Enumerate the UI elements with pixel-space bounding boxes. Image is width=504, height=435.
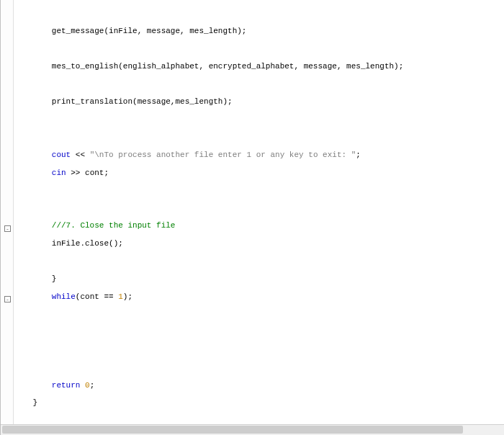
code-text: inFile.close();: [52, 239, 123, 248]
fold-gutter: - -: [1, 0, 14, 435]
indent: [14, 151, 52, 159]
indent: [14, 62, 52, 71]
keyword-cin: cin: [52, 169, 66, 177]
number: 0: [85, 381, 90, 390]
scrollbar-thumb[interactable]: [2, 426, 463, 434]
string-literal: "\nTo process another file enter 1 or an…: [90, 151, 356, 159]
keyword-cout: cout: [52, 151, 71, 159]
indent: [14, 292, 52, 301]
code-text: get_message(inFile, message, mes_length)…: [52, 27, 247, 35]
horizontal-scrollbar[interactable]: [1, 424, 504, 435]
code-text: ;: [90, 381, 95, 390]
indent: [14, 239, 52, 248]
brace: }: [32, 398, 37, 407]
code-text: print_translation(message,mes_length);: [52, 97, 233, 106]
brace: }: [52, 274, 57, 283]
code-editor[interactable]: - - get_message(inFile, message, mes_len…: [0, 0, 504, 435]
indent: [14, 381, 52, 390]
keyword-while: while: [52, 292, 76, 301]
indent: [14, 97, 52, 106]
code-text: mes_to_english(english_alphabet, encrypt…: [52, 62, 403, 71]
indent: [14, 398, 32, 407]
fold-marker[interactable]: -: [4, 225, 11, 232]
code-text: (cont ==: [76, 292, 118, 301]
comment: ///7. Close the input file: [52, 221, 176, 230]
code-text: >> cont;: [66, 169, 109, 177]
indent: [14, 27, 52, 35]
keyword-return: return: [52, 381, 81, 390]
code-text: ;: [356, 151, 361, 159]
number: 1: [118, 292, 123, 301]
code-area[interactable]: get_message(inFile, message, mes_length)…: [14, 0, 503, 435]
indent: [14, 221, 52, 230]
code-text: <<: [71, 151, 89, 159]
indent: [14, 169, 52, 177]
fold-marker[interactable]: -: [4, 296, 11, 302]
indent: [14, 274, 52, 283]
code-text: );: [123, 292, 132, 301]
